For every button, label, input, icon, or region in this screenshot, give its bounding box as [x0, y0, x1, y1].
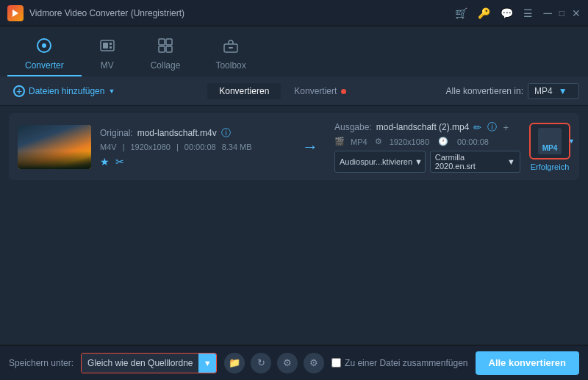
- mv-icon: [99, 37, 115, 57]
- file-item: Original: mod-landschaft.m4v ⓘ M4V | 192…: [9, 113, 579, 180]
- converted-badge: [341, 89, 346, 94]
- edit-icon[interactable]: ✏: [473, 122, 481, 133]
- main-content: + Dateien hinzufügen ▼ Konvertieren Konv…: [0, 76, 588, 380]
- toolbox-icon: [223, 37, 239, 57]
- tab-toolbox[interactable]: Toolbox: [198, 32, 263, 76]
- format-value: MP4: [534, 86, 553, 96]
- konvertieren-label: Konvertieren: [219, 86, 269, 96]
- file-list: Original: mod-landschaft.m4v ⓘ M4V | 192…: [0, 106, 588, 345]
- svg-rect-12: [229, 47, 233, 49]
- source-separator2: |: [176, 143, 179, 151]
- format-select[interactable]: MP4 ▼: [528, 83, 579, 99]
- output-resolution: 1920x1080: [390, 137, 429, 146]
- cut-icon[interactable]: ✂: [115, 156, 124, 168]
- toolbar: + Dateien hinzufügen ▼ Konvertieren Konv…: [0, 76, 588, 106]
- svg-rect-6: [110, 46, 112, 49]
- source-filename: mod-landschaft.m4v: [137, 128, 217, 138]
- mp4-label: MP4: [542, 144, 558, 152]
- star-icon[interactable]: ★: [100, 156, 110, 168]
- add-circle-icon: +: [13, 85, 25, 97]
- konvertieren-tab[interactable]: Konvertieren: [207, 83, 281, 99]
- source-separator1: |: [123, 143, 125, 151]
- tab-collage[interactable]: Collage: [133, 32, 198, 76]
- format-status-box[interactable]: MP4 ▼: [529, 123, 570, 159]
- output-dropdowns: Audiospur...ktivieren ▼ Carmilla 2020.en…: [334, 151, 520, 173]
- app-title: Vidmore Video Converter (Unregistriert): [29, 8, 184, 18]
- output-format: MP4: [351, 137, 368, 146]
- save-under-label: Speichern unter:: [9, 358, 74, 368]
- svg-marker-0: [12, 10, 18, 17]
- output-add-icon[interactable]: +: [503, 122, 509, 133]
- refresh-icon: ↻: [257, 357, 265, 368]
- add-files-button[interactable]: + Dateien hinzufügen ▼: [9, 82, 119, 100]
- window-controls: ─ □ ✕: [543, 7, 581, 19]
- svg-rect-4: [103, 43, 108, 49]
- title-bar-right: 🛒 🔑 💬 ☰ ─ □ ✕: [455, 7, 581, 19]
- menu-icon[interactable]: ☰: [523, 7, 533, 19]
- output-label: Ausgabe:: [334, 122, 372, 132]
- mp4-icon: MP4: [538, 128, 562, 154]
- svg-rect-9: [159, 46, 165, 52]
- maximize-button[interactable]: □: [559, 8, 564, 18]
- output-meta: 🎬 MP4 ⚙ 1920x1080 🕐 00:00:08: [334, 137, 520, 146]
- svg-rect-10: [166, 46, 172, 52]
- original-label: Original:: [100, 128, 133, 138]
- convert-all-label: Alle konvertieren: [489, 357, 567, 368]
- status-area: MP4 ▼ Erfolgreich: [529, 123, 570, 171]
- tab-converter[interactable]: Converter: [7, 32, 82, 76]
- tab-converter-label: Converter: [25, 60, 64, 71]
- konvertiert-label: Konvertiert: [294, 86, 337, 96]
- all-convert-to: Alle konvertieren in: MP4 ▼: [446, 83, 579, 99]
- subtitle-dropdown-icon: ▼: [507, 157, 515, 166]
- bottom-icons: 📁 ↻ ⚙ ⚙: [224, 353, 324, 373]
- audio-track-select[interactable]: Audiospur...ktivieren ▼: [334, 151, 426, 173]
- output-filename: mod-landschaft (2).mp4: [376, 122, 470, 132]
- svg-point-2: [42, 43, 46, 48]
- status-dropdown-icon[interactable]: ▼: [568, 137, 575, 145]
- output-duration: 00:00:08: [457, 137, 489, 146]
- arrow-right-icon: →: [302, 137, 318, 157]
- file-actions: ★ ✂: [100, 156, 286, 168]
- svg-rect-5: [110, 43, 112, 45]
- tab-toolbox-label: Toolbox: [215, 60, 245, 71]
- refresh-button[interactable]: ↻: [251, 353, 271, 373]
- minimize-button[interactable]: ─: [543, 7, 551, 19]
- save-path-dropdown-button[interactable]: ▼: [198, 353, 216, 373]
- subtitle-label: Carmilla 2020.en.srt: [435, 153, 505, 171]
- chat-icon[interactable]: 💬: [501, 7, 513, 19]
- app-icon: [7, 5, 24, 21]
- convert-tabs: Konvertieren Konvertiert: [207, 83, 357, 99]
- source-duration: 00:00:08: [184, 143, 216, 151]
- info-button[interactable]: ⚙: [304, 353, 324, 373]
- merge-label: Zu einer Datei zusammenfügen: [345, 358, 467, 368]
- save-path-input[interactable]: [82, 354, 198, 373]
- cart-icon[interactable]: 🛒: [455, 7, 467, 19]
- settings-button[interactable]: ⚙: [277, 353, 298, 373]
- merge-checkbox-input[interactable]: [331, 358, 341, 368]
- tab-collage-label: Collage: [151, 60, 181, 71]
- nav-tabs: Converter MV Collage: [0, 26, 588, 76]
- folder-button[interactable]: 📁: [224, 353, 245, 373]
- all-convert-label: Alle konvertieren in:: [446, 86, 523, 96]
- tab-mv[interactable]: MV: [82, 32, 133, 76]
- key-icon[interactable]: 🔑: [478, 7, 490, 19]
- subtitle-select[interactable]: Carmilla 2020.en.srt ▼: [430, 151, 520, 173]
- konvertiert-tab[interactable]: Konvertiert: [282, 83, 357, 99]
- output-separator1: ⚙: [375, 137, 382, 146]
- close-button[interactable]: ✕: [572, 7, 581, 19]
- output-separator2: 🕐: [438, 137, 448, 146]
- save-path-container: ▼: [81, 353, 217, 373]
- title-bar: Vidmore Video Converter (Unregistriert) …: [0, 0, 588, 26]
- tab-mv-label: MV: [101, 60, 114, 71]
- folder-icon: 📁: [229, 357, 240, 368]
- settings-icon: ⚙: [283, 357, 292, 368]
- converter-icon: [36, 37, 52, 57]
- convert-all-button[interactable]: Alle konvertieren: [476, 351, 580, 375]
- output-name-row: Ausgabe: mod-landschaft (2).mp4 ✏ ⓘ +: [334, 121, 520, 134]
- add-files-label: Dateien hinzufügen: [29, 86, 104, 96]
- output-info-icon[interactable]: ⓘ: [487, 121, 497, 134]
- merge-checkbox: Zu einer Datei zusammenfügen: [331, 358, 467, 368]
- info-icon[interactable]: ⓘ: [221, 126, 231, 140]
- format-dropdown-icon: ▼: [559, 86, 567, 96]
- output-format-icon: 🎬: [334, 137, 345, 146]
